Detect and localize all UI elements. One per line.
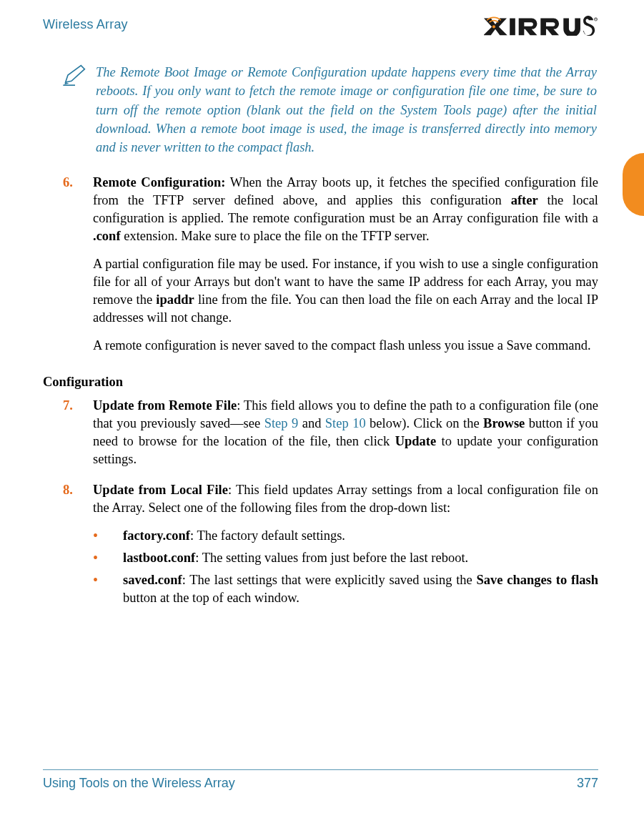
header-title: Wireless Array (43, 16, 128, 33)
side-tab-marker (623, 153, 644, 216)
text-bold: Browse (483, 416, 525, 430)
text-bold: after (511, 193, 538, 207)
page-footer: Using Tools on the Wireless Array 377 (43, 769, 598, 792)
step-6: 6. Remote Configuration: When the Array … (43, 174, 598, 365)
page-content: The Remote Boot Image or Remote Configur… (43, 43, 598, 607)
note-block: The Remote Boot Image or Remote Configur… (43, 63, 598, 157)
step-7: 7. Update from Remote File: This field a… (43, 397, 598, 478)
link-step-9[interactable]: Step 9 (264, 416, 299, 430)
bullet-icon: • (93, 549, 123, 566)
bullet-icon: • (93, 571, 123, 588)
text: : The setting values from just before th… (195, 551, 468, 565)
page-header: Wireless Array R (43, 16, 598, 43)
list-item-body: saved.conf: The last settings that were … (123, 571, 598, 607)
text: and (298, 416, 325, 430)
section-heading: Configuration (43, 373, 598, 391)
list-item-label: factory.conf (123, 528, 190, 543)
xirrus-logo: R (484, 16, 598, 36)
text: button at the top of each window. (123, 591, 299, 605)
list-item: • saved.conf: The last settings that wer… (43, 571, 598, 607)
svg-point-2 (492, 25, 495, 28)
bullet-icon: • (93, 527, 123, 544)
step-8: 8. Update from Local File: This field up… (43, 481, 598, 527)
list-item: • lastboot.conf: The setting values from… (43, 549, 598, 567)
list-item-label: lastboot.conf (123, 551, 195, 565)
text: : The last settings that were explicitly… (182, 573, 477, 587)
footer-left: Using Tools on the Wireless Array (43, 774, 235, 792)
text-bold: Update (395, 434, 437, 448)
text: A remote configuration is never saved to… (93, 337, 598, 355)
step-label: Remote Configuration: (93, 175, 225, 189)
text-bold: .conf (93, 229, 121, 243)
link-step-10[interactable]: Step 10 (325, 416, 366, 430)
note-text: The Remote Boot Image or Remote Configur… (96, 63, 598, 157)
step-body: Remote Configuration: When the Array boo… (93, 174, 598, 365)
page: Wireless Array R (0, 0, 644, 813)
pencil-icon (63, 64, 96, 91)
step-label: Update from Remote File (93, 398, 237, 413)
text-bold: ipaddr (156, 292, 194, 307)
svg-rect-1 (510, 19, 515, 36)
step-number: 6. (63, 174, 93, 192)
list-item: • factory.conf: The factory default sett… (43, 527, 598, 545)
text-bold: Save changes to flash (477, 573, 598, 587)
list-item-label: saved.conf (123, 573, 182, 587)
step-number: 8. (63, 481, 93, 499)
step-body: Update from Local File: This field updat… (93, 481, 598, 527)
step-label: Update from Local File (93, 483, 228, 497)
list-item-body: factory.conf: The factory default settin… (123, 527, 598, 545)
list-item-body: lastboot.conf: The setting values from j… (123, 549, 598, 567)
text: : The factory default settings. (190, 528, 345, 543)
page-number: 377 (577, 774, 598, 792)
step-number: 7. (63, 397, 93, 415)
text: extension. Make sure to place the file o… (121, 229, 430, 243)
step-body: Update from Remote File: This field allo… (93, 397, 598, 478)
text: below). Click on the (366, 416, 483, 430)
